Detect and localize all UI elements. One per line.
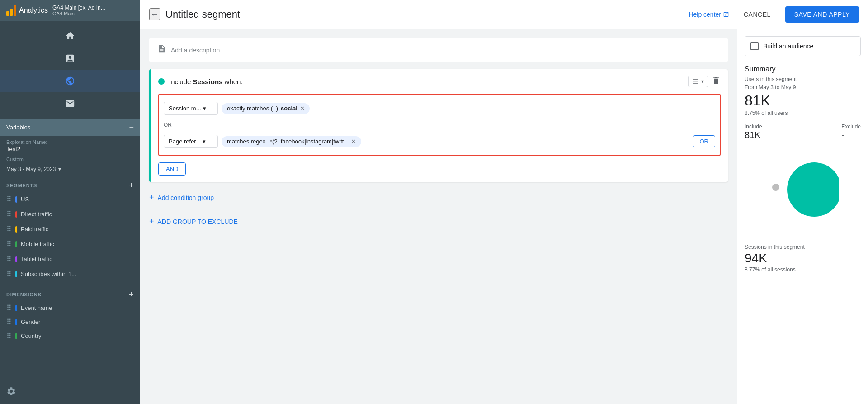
include-count: 81K — [745, 130, 762, 140]
condition-divider-2 — [164, 131, 715, 131]
summary-users-pct: 8.75% of all users — [745, 110, 861, 116]
description-row[interactable]: Add a description — [149, 38, 728, 62]
summary-panel: Build an audience Summary Users in this … — [737, 29, 868, 404]
segment-label-us: US — [21, 196, 29, 203]
segment-item-us[interactable]: ⠿ US — [0, 192, 140, 207]
logo-icon — [6, 5, 16, 16]
variables-header: Variables − — [0, 119, 140, 136]
segment-label-subscribes: Subscribes within 1... — [21, 271, 76, 277]
chip-operator-2: matches regex — [227, 138, 265, 145]
help-center-label: Help center — [689, 11, 721, 18]
or-button[interactable]: OR — [693, 135, 716, 147]
app-title: Analytics — [19, 6, 48, 14]
dim-color-gender — [15, 319, 17, 325]
date-dropdown-icon[interactable]: ▾ — [58, 166, 61, 172]
delete-group-btn[interactable] — [712, 76, 721, 87]
dim-color-event — [15, 305, 17, 311]
dropdown-arrow-2: ▾ — [203, 138, 206, 145]
and-button[interactable]: AND — [158, 162, 186, 176]
svg-point-0 — [772, 184, 779, 191]
condition-chip-1: exactly matches (=) social × — [222, 103, 310, 114]
nav-home[interactable] — [0, 24, 140, 47]
ga4-main-label: GA4 Main [ex. Ad In... — [52, 5, 105, 11]
exploration-name: Test2 — [6, 146, 134, 152]
or-label: OR — [164, 120, 715, 130]
add-segment-btn[interactable]: + — [129, 181, 134, 190]
dimensions-header: DIMENSIONS + — [0, 285, 140, 301]
condition-group: Include Sessions when: ▾ — [149, 69, 728, 182]
custom-label: Custom — [6, 157, 24, 162]
description-placeholder[interactable]: Add a description — [171, 47, 220, 54]
exploration-section: Exploration Name: Test2 Custom May 3 - M… — [0, 136, 140, 176]
sessions-bold: Sessions — [193, 78, 223, 86]
save-apply-button[interactable]: SAVE AND APPLY — [785, 6, 859, 23]
segment-item-mobile[interactable]: ⠿ Mobile traffic — [0, 237, 140, 252]
segment-color-paid — [15, 226, 17, 233]
segment-item-tablet[interactable]: ⠿ Tablet traffic — [0, 252, 140, 266]
drag-handle: ⠿ — [6, 332, 12, 340]
date-row: Custom — [6, 156, 134, 162]
build-audience-label: Build an audience — [763, 43, 813, 50]
segments-header: SEGMENTS + — [0, 176, 140, 192]
cancel-button[interactable]: CANCEL — [736, 7, 778, 22]
back-button[interactable]: ← — [149, 8, 160, 20]
chip-close-1[interactable]: × — [300, 105, 304, 112]
drag-handle: ⠿ — [6, 270, 12, 278]
nav-reports[interactable] — [0, 47, 140, 70]
dim-color-country — [15, 333, 17, 339]
add-dimension-btn[interactable]: + — [129, 290, 134, 299]
add-condition-group-label: Add condition group — [158, 194, 214, 201]
segment-list: ⠿ US ⠿ Direct traffic ⠿ Paid traffic ⠿ M… — [0, 192, 140, 285]
dimension-label-2: Page refer... — [169, 138, 201, 145]
drag-handle: ⠿ — [6, 210, 12, 219]
drag-handle: ⠿ — [6, 304, 12, 312]
dimension-dropdown-1[interactable]: Session m... ▾ — [164, 102, 218, 115]
add-exclude-label: ADD GROUP TO EXCLUDE — [158, 218, 238, 225]
dimensions-label: DIMENSIONS — [6, 292, 42, 297]
conditions-box: Session m... ▾ exactly matches (=) socia… — [158, 94, 721, 156]
sidebar-content: Variables − Exploration Name: Test2 Cust… — [0, 119, 140, 380]
dimension-list: ⠿ Event name ⠿ Gender ⠿ Country — [0, 301, 140, 347]
add-condition-group[interactable]: + Add condition group — [149, 187, 728, 208]
include-col: Include 81K — [745, 124, 762, 140]
include-text: Include Sessions when: — [169, 78, 243, 86]
dimension-label-gender: Gender — [21, 318, 40, 325]
logo-bar-2 — [10, 9, 13, 16]
include-exclude-row: Include 81K Exclude - — [745, 124, 861, 140]
drag-handle: ⠿ — [6, 195, 12, 204]
nav-explore[interactable] — [0, 70, 140, 92]
build-audience-row[interactable]: Build an audience — [745, 36, 861, 56]
editor-panel: Add a description Include Sessions when:… — [140, 29, 737, 404]
logo-bar-3 — [14, 5, 16, 16]
add-exclude-plus-icon: + — [149, 217, 154, 226]
dimension-item-event: ⠿ Event name — [0, 301, 140, 315]
top-bar-left: ← Untitled segment — [149, 8, 240, 20]
date-range[interactable]: May 3 - May 9, 2023 ▾ — [6, 166, 134, 172]
segment-color-mobile — [15, 241, 17, 247]
exclude-label-text: Exclude — [841, 124, 861, 130]
nav-advertising[interactable] — [0, 92, 140, 115]
settings-btn[interactable] — [0, 380, 140, 404]
segment-item-subscribes[interactable]: ⠿ Subscribes within 1... — [0, 266, 140, 281]
audience-checkbox[interactable] — [750, 42, 759, 50]
add-group-to-exclude[interactable]: + ADD GROUP TO EXCLUDE — [149, 211, 728, 232]
chip-value-1: social — [281, 105, 297, 112]
segment-color-tablet — [15, 256, 17, 262]
dimension-label-1: Session m... — [169, 105, 201, 112]
dimension-dropdown-2[interactable]: Page refer... ▾ — [164, 135, 218, 148]
dimension-item-gender: ⠿ Gender — [0, 315, 140, 329]
chip-close-2[interactable]: × — [351, 138, 355, 145]
help-center-link[interactable]: Help center — [689, 11, 729, 18]
segment-item-direct[interactable]: ⠿ Direct traffic — [0, 207, 140, 222]
exclude-col: Exclude - — [841, 124, 861, 140]
date-range-label: May 3 - May 9, 2023 — [6, 166, 56, 172]
variables-collapse-btn[interactable]: − — [129, 123, 134, 131]
segment-item-paid[interactable]: ⠿ Paid traffic — [0, 222, 140, 237]
table-icon-btn[interactable]: ▾ — [688, 76, 708, 87]
top-bar-right: Help center CANCEL SAVE AND APPLY — [689, 6, 859, 23]
dimension-label-event: Event name — [21, 304, 52, 311]
segment-label-direct: Direct traffic — [21, 211, 52, 218]
summary-users-count: 81K — [745, 92, 861, 109]
summary-date-subtitle: From May 3 to May 9 — [745, 84, 861, 90]
chip-operator-1: exactly matches (=) — [227, 105, 278, 112]
